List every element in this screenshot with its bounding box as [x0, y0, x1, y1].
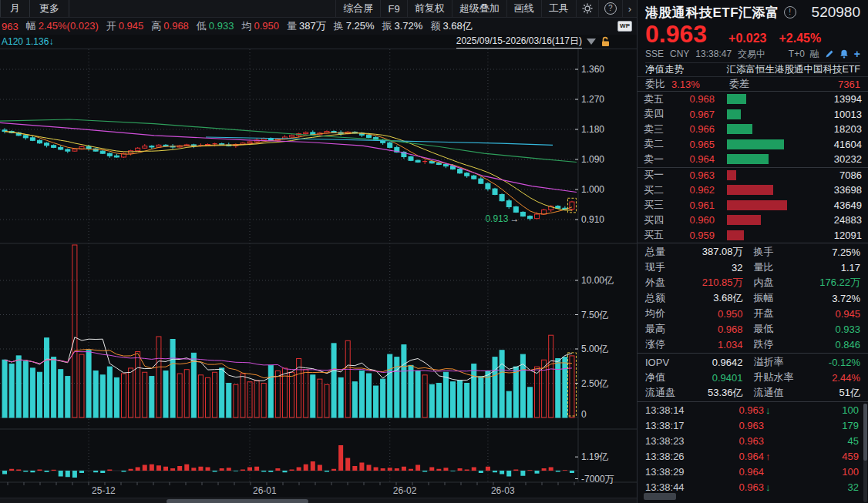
menu-super-overlay[interactable]: 超级叠加 [452, 0, 506, 17]
stat-value: 1.17 [803, 262, 861, 273]
price-change-pct: +2.45% [779, 32, 821, 45]
date-range-selector[interactable]: 2025/09/15-2026/03/16(117日) [456, 35, 611, 49]
pencil-icon[interactable] [825, 49, 834, 59]
help-icon[interactable]: ? [598, 0, 622, 17]
date-range-text[interactable]: 2025/09/15-2026/03/16(117日) [456, 35, 582, 49]
stat-label: 总额 [645, 291, 685, 305]
stat-value: 53.36亿 [685, 386, 743, 400]
order-book-row[interactable]: 卖二0.96541604 [638, 137, 868, 153]
depth-bar [727, 139, 784, 149]
info-icon[interactable]: ! [784, 6, 796, 18]
volume-layer [2, 245, 574, 417]
bottom-tab-stub[interactable] [644, 493, 676, 500]
svg-text:-7000万: -7000万 [581, 474, 614, 485]
order-book-row[interactable]: 买三0.96143649 [638, 198, 868, 213]
t0-badge: T+0 [789, 49, 805, 59]
stat-label: 溢折率 [754, 355, 803, 369]
chevron-right-icon[interactable]: › [622, 0, 637, 17]
level-label: 卖四 [644, 107, 670, 121]
stat-value: 0.9401 [685, 372, 743, 384]
stat-label: 流通值 [754, 386, 803, 400]
order-book-row[interactable]: 买二0.96233698 [638, 183, 868, 198]
period-tab-more[interactable]: 更多 [30, 0, 69, 17]
menu-tools[interactable]: 工具 [541, 0, 576, 17]
period-tab-month[interactable]: 月 [0, 0, 30, 17]
level-price: 0.967 [670, 109, 715, 120]
stats-row: 总量387.08万换手7.25% [638, 244, 868, 260]
svg-text:2.50亿: 2.50亿 [581, 378, 608, 389]
stat-value: 2.44% [803, 372, 861, 384]
candlestick-chart[interactable]: 1.3601.2701.1801.0901.0000.91010.00亿7.50… [0, 49, 637, 498]
level-price: 0.968 [670, 93, 715, 105]
svg-text:1.000: 1.000 [581, 184, 604, 195]
add-watchlist-icon[interactable]: + [854, 48, 860, 60]
level-price: 0.963 [670, 169, 715, 181]
menu-composite-screen[interactable]: 综合屏 [335, 0, 380, 17]
menu-draw-line[interactable]: 画线 [506, 0, 541, 17]
stat-value: 963 [2, 21, 19, 32]
scrollbar-thumb[interactable] [167, 499, 308, 503]
order-book-row[interactable]: 卖四0.96710013 [638, 107, 868, 122]
stat-label: 额 [430, 20, 440, 32]
stat-value: 3.72% [803, 293, 861, 304]
gear-icon[interactable] [576, 0, 598, 17]
level-volume: 24883 [787, 214, 862, 226]
trading-status: 交易中 [738, 48, 765, 61]
order-book-row[interactable]: 卖一0.96430232 [638, 152, 868, 167]
bell-icon[interactable] [839, 49, 849, 59]
wp-badge-icon[interactable]: WP [617, 21, 632, 32]
bid-levels: 买一0.9637086买二0.96233698买三0.96143649买四0.9… [638, 168, 868, 244]
depth-bar-zone [727, 124, 787, 134]
underlying-fund-name[interactable]: 汇添富恒生港股通中国科技ETF [726, 63, 860, 76]
tick-price: 0.963 [713, 435, 764, 447]
level-volume: 13994 [787, 93, 862, 105]
level-price: 0.966 [670, 123, 715, 135]
svg-text:7.50亿: 7.50亿 [581, 310, 608, 320]
menu-f9[interactable]: F9 [380, 0, 406, 17]
depth-bar [727, 200, 787, 210]
ask-levels: 卖五0.96813994卖四0.96710013卖三0.96618203卖二0.… [638, 92, 868, 168]
commission-ratio-row: 委比 3.13% 委差 7361 [638, 77, 868, 92]
tick-volume: 100 [778, 466, 859, 478]
tick-volume: 45 [778, 435, 859, 447]
level-label: 买五 [644, 228, 670, 242]
quote-stat: 额3.68亿 [430, 19, 472, 33]
stat-value: 0.968 [685, 324, 743, 335]
quote-info-row: 963幅2.45%(0.023)开0.945高0.968低0.933均0.950… [0, 18, 637, 35]
chevron-down-icon[interactable] [587, 39, 596, 45]
order-book-row[interactable]: 买五0.95912091 [638, 228, 868, 243]
level-price: 0.965 [670, 139, 715, 150]
tick-volume: 32 [778, 481, 859, 493]
stats-row: 均价0.950开盘0.945 [638, 306, 868, 321]
stats-row: 最高0.968最低0.933 [638, 321, 868, 337]
order-book-row[interactable]: 买一0.9637086 [638, 168, 868, 183]
quote-stat: 开0.945 [106, 19, 144, 33]
order-book-row[interactable]: 卖三0.96618203 [638, 122, 868, 137]
tick-row: 13:38:260.964↑459 [638, 448, 868, 464]
chart-horizontal-scrollbar[interactable] [0, 498, 637, 503]
nav-tab-nav-trend[interactable]: 净值走势 [645, 63, 684, 76]
depth-bar-zone [727, 139, 787, 149]
depth-bar-zone [727, 185, 787, 195]
order-book-row[interactable]: 买四0.96024883 [638, 213, 868, 228]
panel-vertical-scrollbar[interactable] [863, 404, 867, 502]
ma-indicator-label: A120 1.136↓ [2, 36, 53, 47]
stat-label: 升贴水率 [754, 371, 803, 384]
margin-badge: 融 [810, 48, 819, 61]
tick-price: 0.964 [713, 451, 764, 462]
stat-value: 0.945 [119, 20, 144, 32]
ratio-value: 3.13% [671, 79, 700, 90]
tick-volume: 179 [778, 420, 859, 431]
svg-text:5.00亿: 5.00亿 [581, 344, 608, 354]
menu-forward-adjust[interactable]: 前复权 [407, 0, 452, 17]
unlock-icon[interactable] [601, 36, 611, 47]
svg-text:25-12: 25-12 [92, 485, 116, 496]
scrollbar-thumb[interactable] [863, 404, 867, 461]
level-volume: 18203 [787, 123, 862, 135]
down-arrow-icon: ↓ [764, 404, 778, 416]
order-book-row[interactable]: 卖五0.96813994 [638, 92, 868, 107]
up-arrow-icon: ↑ [764, 451, 778, 462]
candles-layer [2, 128, 574, 220]
time-and-sales: 13:38:140.963↓10013:38:170.96317913:38:2… [638, 402, 868, 495]
quote-stat: 963 [2, 21, 19, 32]
